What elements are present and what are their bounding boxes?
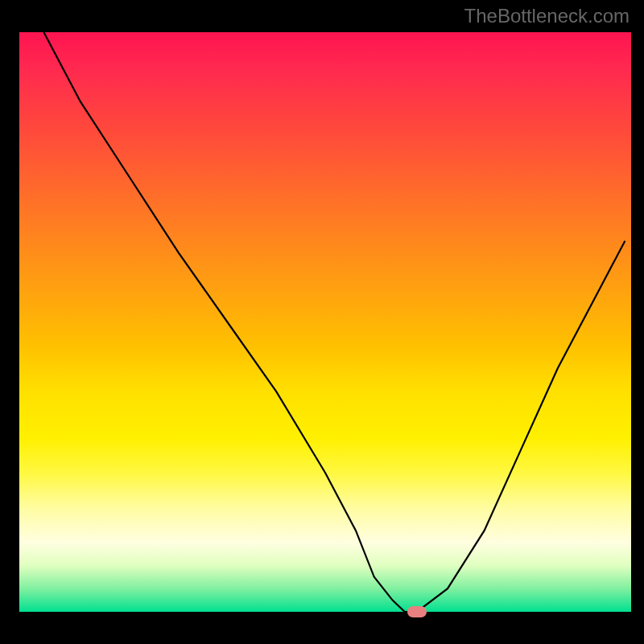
- optimal-point-marker: [407, 606, 427, 617]
- watermark-text: TheBottleneck.com: [464, 5, 630, 27]
- chart-plot-area: [19, 32, 631, 612]
- bottleneck-curve-path: [43, 32, 625, 612]
- chart-curve-svg: [19, 32, 631, 612]
